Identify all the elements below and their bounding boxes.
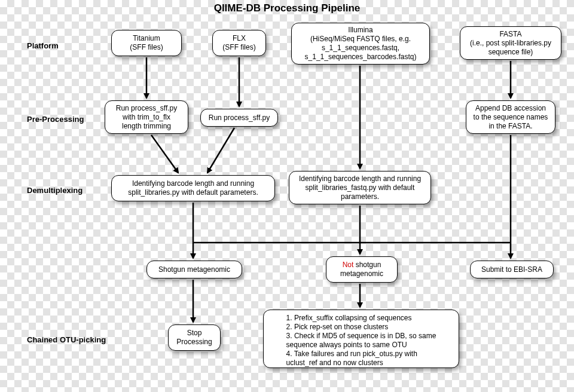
not-shotgun-red: Not — [343, 261, 354, 269]
node-fasta: FASTA(i.e., post split-libraries.pyseque… — [460, 26, 561, 60]
node-titanium: Titanium(SFF files) — [111, 30, 182, 56]
diagram-title: QIIME-DB Processing Pipeline — [0, 2, 574, 14]
node-stop: StopProcessing — [168, 324, 221, 351]
node-demux-fastq: Identifying barcode length and runningsp… — [289, 171, 431, 204]
node-proc-trim: Run process_sff.pywith trim_to_flxlength… — [105, 100, 188, 134]
node-illumina: Illumina(HiSeq/MiSeq FASTQ files, e.g.s_… — [291, 23, 430, 65]
row-label-preproc: Pre-Processing — [27, 115, 84, 124]
node-flx: FLX(SFF files) — [212, 30, 266, 56]
node-otu-steps: 1. Prefix_suffix collapsing of sequences… — [263, 310, 459, 368]
node-demux-sff: Identifying barcode length and runningsp… — [111, 175, 275, 201]
svg-line-4 — [151, 135, 178, 173]
node-not-shotgun: Not shotgunmetagenomic — [326, 256, 398, 283]
row-label-demux: Demultiplexing — [27, 186, 83, 195]
svg-line-5 — [207, 128, 234, 173]
node-append-db: Append DB accessionto the sequence names… — [466, 100, 555, 134]
node-submit-ebi: Submit to EBI-SRA — [470, 261, 554, 278]
row-label-platform: Platform — [27, 41, 59, 50]
node-shotgun: Shotgun metagenomic — [146, 261, 242, 278]
row-label-chained: Chained OTU-picking — [27, 335, 106, 344]
node-proc-sff: Run process_sff.py — [200, 109, 278, 127]
